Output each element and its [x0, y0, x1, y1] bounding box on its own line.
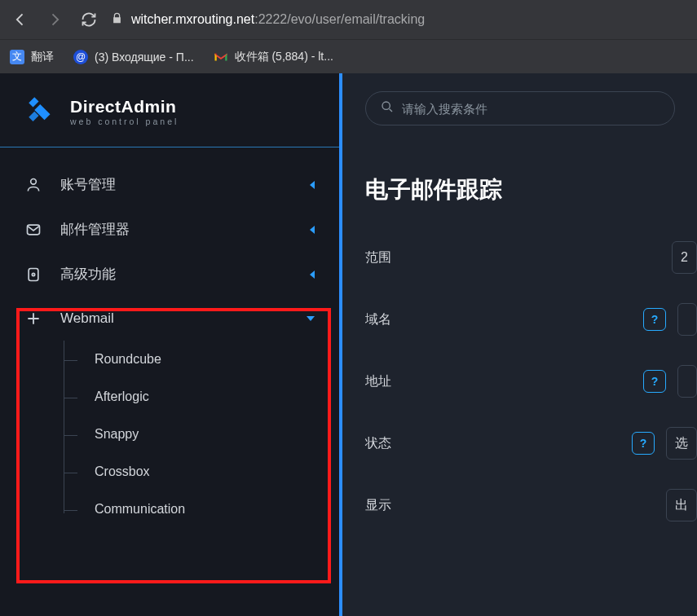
mail-blue-icon: @	[73, 50, 88, 64]
logo-subtitle: web control panel	[70, 117, 179, 126]
sidebar-item-advanced[interactable]: 高级功能	[0, 252, 339, 297]
browser-toolbar: witcher.mxrouting.net:2222/evo/user/emai…	[0, 0, 697, 39]
back-button[interactable]	[8, 7, 33, 32]
field-label: 范围	[365, 249, 391, 266]
sidebar-item-label: 邮件管理器	[60, 220, 130, 239]
url-text: witcher.mxrouting.net:2222/evo/user/emai…	[131, 12, 425, 27]
field-domain: 域名 ?	[365, 303, 697, 336]
field-label: 域名	[365, 311, 391, 328]
sidebar-item-webmail[interactable]: Webmail	[0, 297, 339, 341]
search-box[interactable]	[365, 91, 675, 125]
chevron-down-icon	[307, 316, 315, 321]
sub-item-roundcube[interactable]: Roundcube	[65, 341, 339, 378]
display-select[interactable]: 出	[666, 489, 697, 521]
field-label: 状态	[365, 435, 391, 452]
field-status: 状态 ? 选	[365, 427, 697, 460]
address-input[interactable]	[677, 365, 697, 398]
bookmark-gmail[interactable]: 收件箱 (5,884) - lt...	[214, 50, 333, 64]
domain-select[interactable]	[677, 303, 697, 336]
help-button[interactable]: ?	[632, 432, 655, 455]
status-select[interactable]: 选	[666, 427, 697, 460]
chevron-left-icon	[310, 271, 315, 279]
search-icon	[381, 100, 394, 117]
mail-icon	[24, 221, 42, 239]
search-input[interactable]	[402, 102, 660, 116]
gmail-icon	[214, 50, 228, 64]
sub-item-communication[interactable]: Communication	[65, 491, 339, 528]
forward-button[interactable]	[42, 7, 67, 32]
field-display: 显示 出	[365, 489, 697, 521]
sidebar-item-account[interactable]: 账号管理	[0, 162, 339, 207]
logo-title: DirectAdmin	[70, 97, 179, 117]
plus-icon	[24, 310, 42, 328]
sub-item-afterlogic[interactable]: Afterlogic	[65, 378, 339, 416]
tool-icon	[24, 266, 42, 284]
main-content: 电子邮件跟踪 范围 2 域名 ? 地址 ? 状态 ? 选	[342, 73, 697, 616]
logo-icon	[24, 93, 59, 130]
refresh-button[interactable]	[77, 7, 101, 32]
range-select[interactable]: 2	[672, 241, 697, 274]
bookmark-inbox-ru[interactable]: @ (3) Входящие - П...	[73, 50, 194, 64]
lock-icon	[111, 12, 123, 28]
svg-point-3	[32, 273, 34, 275]
bookmark-translate[interactable]: 文 翻译	[10, 50, 54, 64]
webmail-submenu: Roundcube Afterlogic Snappy Crossbox Com…	[0, 341, 339, 528]
user-icon	[24, 176, 42, 194]
field-address: 地址 ?	[365, 365, 697, 398]
chevron-left-icon	[310, 226, 315, 234]
help-button[interactable]: ?	[643, 308, 666, 331]
bookmark-bar: 文 翻译 @ (3) Входящие - П... 收件箱 (5,884) -…	[0, 39, 697, 73]
sub-item-crossbox[interactable]: Crossbox	[65, 453, 339, 491]
svg-point-0	[31, 178, 37, 184]
sidebar-item-mail[interactable]: 邮件管理器	[0, 207, 339, 252]
svg-rect-2	[29, 268, 38, 280]
chevron-left-icon	[310, 181, 315, 189]
svg-point-4	[382, 102, 390, 109]
help-button[interactable]: ?	[643, 370, 666, 393]
field-label: 显示	[365, 497, 391, 514]
page-title: 电子邮件跟踪	[365, 174, 697, 205]
field-label: 地址	[365, 373, 391, 390]
sidebar-item-label: 账号管理	[60, 175, 116, 194]
sidebar: DirectAdmin web control panel 账号管理	[0, 73, 342, 616]
sidebar-item-label: 高级功能	[60, 265, 116, 284]
sub-item-snappy[interactable]: Snappy	[65, 416, 339, 453]
field-range: 范围 2	[365, 241, 697, 274]
logo[interactable]: DirectAdmin web control panel	[0, 86, 339, 147]
sidebar-item-label: Webmail	[60, 310, 114, 327]
address-bar[interactable]: witcher.mxrouting.net:2222/evo/user/emai…	[111, 12, 689, 28]
google-translate-icon: 文	[10, 50, 24, 64]
